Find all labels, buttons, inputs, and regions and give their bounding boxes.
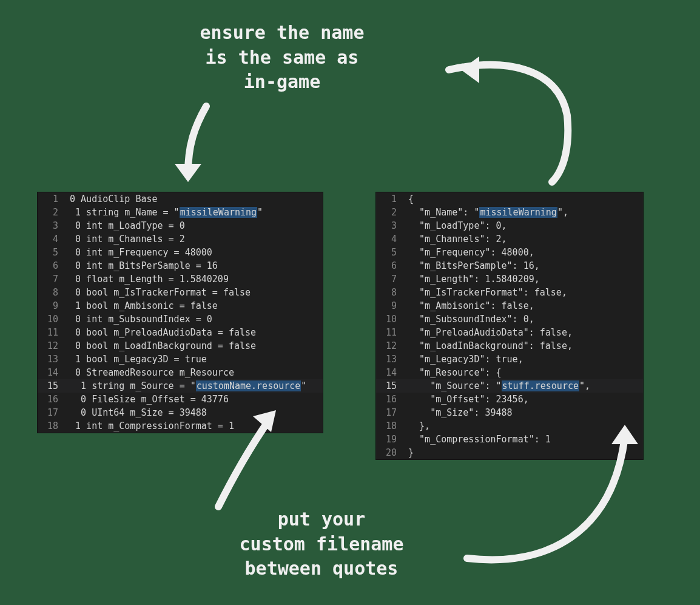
line-number: 16 [376, 393, 403, 406]
code-line: 4 0 int m_Channels = 2 [38, 232, 323, 246]
code-content: "m_LoadType": 0, [403, 219, 643, 232]
code-content: { [403, 192, 643, 206]
line-number: 2 [38, 206, 64, 219]
code-line: 6 "m_BitsPerSample": 16, [376, 259, 643, 272]
line-number: 4 [38, 232, 64, 246]
line-number: 10 [38, 313, 64, 326]
code-editor-right: 1 {2 "m_Name": "missileWarning",3 "m_Loa… [376, 192, 643, 459]
annotation-top: ensure the name is the same as in-game [121, 21, 443, 95]
line-number: 17 [376, 406, 403, 419]
annotation-bottom: put your custom filename between quotes [182, 507, 461, 581]
line-number: 1 [376, 192, 403, 206]
highlight: customName.resource [196, 380, 301, 391]
arrow-top-left-head [175, 164, 201, 182]
line-number: 4 [376, 232, 403, 246]
code-line: 1 { [376, 192, 643, 206]
line-number: 14 [38, 366, 64, 379]
code-line: 7 0 float m_Length = 1.5840209 [38, 272, 323, 286]
code-line: 18 1 int m_CompressionFormat = 1 [38, 419, 323, 433]
code-content: "m_IsTrackerFormat": false, [403, 286, 643, 299]
code-line: 5 "m_Frequency": 48000, [376, 246, 643, 259]
code-line: 11 "m_PreloadAudioData": false, [376, 326, 643, 339]
code-content: 0 int m_Channels = 2 [64, 232, 323, 246]
line-number: 7 [376, 272, 403, 286]
line-number: 14 [376, 366, 403, 379]
code-content: "m_Source": "stuff.resource", [403, 379, 643, 393]
line-number: 11 [376, 326, 403, 339]
line-number: 13 [376, 353, 403, 366]
code-content: 1 bool m_Legacy3D = true [64, 353, 323, 366]
arrow-top-left [188, 106, 206, 173]
line-number: 8 [376, 286, 403, 299]
code-line: 17 "m_Size": 39488 [376, 406, 643, 419]
line-number: 12 [38, 339, 64, 353]
code-line: 6 0 int m_BitsPerSample = 16 [38, 259, 323, 272]
line-number: 6 [38, 259, 64, 272]
code-line: 13 "m_Legacy3D": true, [376, 353, 643, 366]
code-content: "m_SubsoundIndex": 0, [403, 313, 643, 326]
code-line: 13 1 bool m_Legacy3D = true [38, 353, 323, 366]
code-content: 0 StreamedResource m_Resource [64, 366, 323, 379]
code-line: 3 "m_LoadType": 0, [376, 219, 643, 232]
line-number: 18 [376, 419, 403, 433]
line-number: 17 [38, 406, 64, 419]
line-number: 10 [376, 313, 403, 326]
code-line: 7 "m_Length": 1.5840209, [376, 272, 643, 286]
code-content: 0 int m_BitsPerSample = 16 [64, 259, 323, 272]
code-line: 15 1 string m_Source = "customName.resou… [38, 379, 323, 393]
code-content: 1 int m_CompressionFormat = 1 [64, 419, 323, 433]
highlight: stuff.resource [502, 380, 579, 391]
code-content: "m_PreloadAudioData": false, [403, 326, 643, 339]
arrow-top-right [449, 65, 568, 182]
line-number: 6 [376, 259, 403, 272]
code-line: 19 "m_CompressionFormat": 1 [376, 433, 643, 446]
code-line: 11 0 bool m_PreloadAudioData = false [38, 326, 323, 339]
line-number: 19 [376, 433, 403, 446]
code-content: "m_Name": "missileWarning", [403, 206, 643, 219]
line-number: 15 [38, 379, 64, 393]
code-line: 16 "m_Offset": 23456, [376, 393, 643, 406]
line-number: 12 [376, 339, 403, 353]
line-number: 3 [38, 219, 64, 232]
line-number: 20 [376, 446, 403, 459]
code-content: 0 bool m_PreloadAudioData = false [64, 326, 323, 339]
highlight: missileWarning [180, 207, 257, 218]
code-line: 12 0 bool m_LoadInBackground = false [38, 339, 323, 353]
code-line: 3 0 int m_LoadType = 0 [38, 219, 323, 232]
code-line: 4 "m_Channels": 2, [376, 232, 643, 246]
code-content: "m_Legacy3D": true, [403, 353, 643, 366]
arrow-top-right-head [461, 56, 479, 83]
highlight: missileWarning [479, 207, 557, 218]
code-line: 8 "m_IsTrackerFormat": false, [376, 286, 643, 299]
code-line: 17 0 UInt64 m_Size = 39488 [38, 406, 323, 419]
line-number: 5 [376, 246, 403, 259]
code-content: "m_Frequency": 48000, [403, 246, 643, 259]
line-number: 15 [376, 379, 403, 393]
code-content: 0 int m_Frequency = 48000 [64, 246, 323, 259]
line-number: 9 [376, 299, 403, 313]
code-line: 10 "m_SubsoundIndex": 0, [376, 313, 643, 326]
code-line: 14 "m_Resource": { [376, 366, 643, 379]
code-line: 15 "m_Source": "stuff.resource", [376, 379, 643, 393]
code-line: 9 1 bool m_Ambisonic = false [38, 299, 323, 313]
code-content: 1 bool m_Ambisonic = false [64, 299, 323, 313]
code-content: 0 UInt64 m_Size = 39488 [64, 406, 323, 419]
code-content: "m_BitsPerSample": 16, [403, 259, 643, 272]
code-content: 0 bool m_IsTrackerFormat = false [64, 286, 323, 299]
code-content: "m_Ambisonic": false, [403, 299, 643, 313]
code-line: 18 }, [376, 419, 643, 433]
code-line: 2 1 string m_Name = "missileWarning" [38, 206, 323, 219]
line-number: 13 [38, 353, 64, 366]
code-content: 0 bool m_LoadInBackground = false [64, 339, 323, 353]
code-content: }, [403, 419, 643, 433]
code-editor-left: 1 0 AudioClip Base2 1 string m_Name = "m… [38, 192, 323, 433]
code-content: 1 string m_Name = "missileWarning" [64, 206, 323, 219]
code-content: "m_Resource": { [403, 366, 643, 379]
code-line: 12 "m_LoadInBackground": false, [376, 339, 643, 353]
code-content: "m_CompressionFormat": 1 [403, 433, 643, 446]
code-content: 0 AudioClip Base [64, 192, 323, 206]
canvas: ensure the name is the same as in-game p… [0, 0, 700, 605]
line-number: 11 [38, 326, 64, 339]
code-content: "m_Size": 39488 [403, 406, 643, 419]
code-content: 0 int m_LoadType = 0 [64, 219, 323, 232]
